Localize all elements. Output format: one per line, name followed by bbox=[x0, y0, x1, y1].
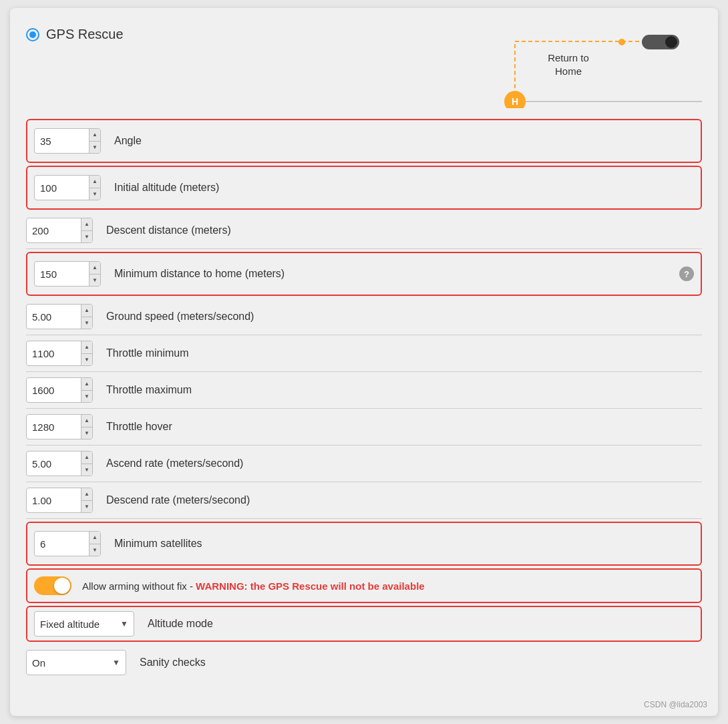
min-distance-up-btn[interactable]: ▲ bbox=[89, 262, 100, 275]
gps-rescue-radio[interactable] bbox=[26, 28, 39, 41]
initial-altitude-spinner[interactable]: 100 ▲ ▼ bbox=[34, 175, 101, 200]
min-satellites-row: 6 ▲ ▼ Minimum satellites bbox=[34, 526, 694, 562]
ground-speed-buttons: ▲ ▼ bbox=[81, 305, 92, 329]
angle-value: 35 bbox=[35, 136, 89, 147]
altitude-mode-row: Fixed altitude ▼ Altitude mode bbox=[26, 606, 702, 642]
form-section: 35 ▲ ▼ Angle 100 ▲ ▼ Init bbox=[26, 119, 702, 681]
ground-speed-down-btn[interactable]: ▼ bbox=[81, 317, 92, 329]
throttle-max-label: Throttle maximum bbox=[106, 384, 702, 396]
main-panel: GPS Rescue H Return to Home bbox=[10, 8, 718, 716]
watermark: CSDN @lida2003 bbox=[644, 700, 707, 709]
angle-row: 35 ▲ ▼ Angle bbox=[34, 123, 694, 159]
min-distance-row: 150 ▲ ▼ Minimum distance to home (meters… bbox=[34, 256, 694, 292]
descent-distance-row: 200 ▲ ▼ Descent distance (meters) bbox=[26, 212, 702, 249]
altitude-mode-dropdown[interactable]: Fixed altitude ▼ bbox=[34, 611, 134, 637]
ascend-rate-spinner[interactable]: 5.00 ▲ ▼ bbox=[26, 451, 93, 476]
throttle-max-value: 1600 bbox=[27, 385, 81, 396]
throttle-min-down-btn[interactable]: ▼ bbox=[81, 354, 92, 366]
throttle-hover-value: 1280 bbox=[27, 421, 81, 433]
ground-speed-value: 5.00 bbox=[27, 311, 81, 323]
min-satellites-buttons: ▲ ▼ bbox=[89, 532, 100, 556]
descent-distance-buttons: ▲ ▼ bbox=[81, 218, 92, 242]
min-distance-label: Minimum distance to home (meters) bbox=[114, 268, 674, 280]
ground-speed-label: Ground speed (meters/second) bbox=[106, 311, 702, 323]
throttle-max-row: 1600 ▲ ▼ Throttle maximum bbox=[26, 372, 702, 409]
throttle-hover-row: 1280 ▲ ▼ Throttle hover bbox=[26, 409, 702, 445]
descend-rate-label: Descend rate (meters/second) bbox=[106, 494, 702, 506]
throttle-hover-down-btn[interactable]: ▼ bbox=[81, 427, 92, 439]
angle-down-btn[interactable]: ▼ bbox=[89, 142, 100, 154]
initial-altitude-row: 100 ▲ ▼ Initial altitude (meters) bbox=[34, 170, 694, 206]
initial-altitude-down-btn[interactable]: ▼ bbox=[89, 188, 100, 200]
initial-altitude-up-btn[interactable]: ▲ bbox=[89, 176, 100, 188]
descend-rate-up-btn[interactable]: ▲ bbox=[81, 488, 92, 501]
ground-speed-spinner[interactable]: 5.00 ▲ ▼ bbox=[26, 304, 93, 329]
descend-rate-spinner[interactable]: 1.00 ▲ ▼ bbox=[26, 488, 93, 513]
min-distance-value: 150 bbox=[35, 268, 89, 280]
min-satellites-label: Minimum satellites bbox=[114, 538, 694, 550]
svg-point-6 bbox=[665, 36, 677, 48]
sanity-checks-label: Sanity checks bbox=[140, 657, 702, 669]
angle-group: 35 ▲ ▼ Angle bbox=[26, 119, 702, 163]
gps-rescue-label: GPS Rescue bbox=[26, 27, 124, 42]
svg-text:H: H bbox=[512, 96, 518, 107]
ascend-rate-down-btn[interactable]: ▼ bbox=[81, 464, 92, 476]
min-distance-group: 150 ▲ ▼ Minimum distance to home (meters… bbox=[26, 252, 702, 296]
panel-title: GPS Rescue bbox=[46, 27, 124, 42]
rth-diagram: H Return to Home bbox=[448, 21, 702, 108]
initial-altitude-group: 100 ▲ ▼ Initial altitude (meters) bbox=[26, 166, 702, 210]
throttle-max-buttons: ▲ ▼ bbox=[81, 378, 92, 402]
descend-rate-down-btn[interactable]: ▼ bbox=[81, 501, 92, 513]
min-distance-down-btn[interactable]: ▼ bbox=[89, 275, 100, 287]
throttle-min-value: 1100 bbox=[27, 348, 81, 359]
ascend-rate-label: Ascend rate (meters/second) bbox=[106, 458, 702, 470]
svg-text:Return to: Return to bbox=[548, 52, 589, 63]
initial-altitude-label: Initial altitude (meters) bbox=[114, 182, 694, 194]
initial-altitude-buttons: ▲ ▼ bbox=[89, 176, 100, 200]
throttle-min-up-btn[interactable]: ▲ bbox=[81, 341, 92, 354]
min-satellites-value: 6 bbox=[35, 538, 89, 550]
throttle-max-down-btn[interactable]: ▼ bbox=[81, 391, 92, 403]
descent-distance-spinner[interactable]: 200 ▲ ▼ bbox=[26, 218, 93, 243]
initial-altitude-value: 100 bbox=[35, 182, 89, 194]
sanity-checks-dropdown[interactable]: On ▼ bbox=[26, 650, 126, 675]
allow-arming-toggle[interactable] bbox=[34, 576, 71, 595]
throttle-hover-label: Throttle hover bbox=[106, 421, 702, 433]
min-distance-buttons: ▲ ▼ bbox=[89, 262, 100, 286]
min-distance-help-icon[interactable]: ? bbox=[679, 266, 694, 281]
svg-text:Home: Home bbox=[555, 65, 582, 77]
throttle-max-up-btn[interactable]: ▲ bbox=[81, 378, 92, 391]
sanity-checks-row: On ▼ Sanity checks bbox=[26, 645, 702, 681]
ascend-rate-value: 5.00 bbox=[27, 458, 81, 470]
sanity-checks-arrow: ▼ bbox=[112, 658, 120, 667]
descent-distance-up-btn[interactable]: ▲ bbox=[81, 218, 92, 231]
min-satellites-up-btn[interactable]: ▲ bbox=[89, 532, 100, 544]
throttle-hover-spinner[interactable]: 1280 ▲ ▼ bbox=[26, 414, 93, 439]
altitude-mode-label: Altitude mode bbox=[148, 618, 694, 630]
min-satellites-group: 6 ▲ ▼ Minimum satellites bbox=[26, 522, 702, 566]
header-row: GPS Rescue H Return to Home bbox=[26, 21, 702, 108]
ascend-rate-up-btn[interactable]: ▲ bbox=[81, 451, 92, 464]
allow-arming-text: Allow arming without fix - WARNING: the … bbox=[82, 580, 694, 592]
min-distance-spinner[interactable]: 150 ▲ ▼ bbox=[34, 261, 101, 287]
throttle-hover-up-btn[interactable]: ▲ bbox=[81, 415, 92, 427]
min-satellites-down-btn[interactable]: ▼ bbox=[89, 544, 100, 556]
descend-rate-value: 1.00 bbox=[27, 495, 81, 506]
ground-speed-up-btn[interactable]: ▲ bbox=[81, 305, 92, 317]
angle-spinner[interactable]: 35 ▲ ▼ bbox=[34, 128, 101, 154]
min-satellites-spinner[interactable]: 6 ▲ ▼ bbox=[34, 531, 101, 556]
throttle-min-row: 1100 ▲ ▼ Throttle minimum bbox=[26, 335, 702, 372]
ascend-rate-row: 5.00 ▲ ▼ Ascend rate (meters/second) bbox=[26, 445, 702, 482]
ground-speed-row: 5.00 ▲ ▼ Ground speed (meters/second) bbox=[26, 299, 702, 335]
angle-up-btn[interactable]: ▲ bbox=[89, 129, 100, 142]
allow-arming-warning: WARNING: the GPS Rescue will not be avai… bbox=[196, 580, 425, 592]
toggle-knob bbox=[54, 578, 70, 594]
throttle-min-label: Throttle minimum bbox=[106, 347, 702, 359]
descend-rate-row: 1.00 ▲ ▼ Descend rate (meters/second) bbox=[26, 482, 702, 519]
throttle-max-spinner[interactable]: 1600 ▲ ▼ bbox=[26, 377, 93, 403]
descent-distance-down-btn[interactable]: ▼ bbox=[81, 231, 92, 243]
throttle-hover-buttons: ▲ ▼ bbox=[81, 415, 92, 439]
throttle-min-spinner[interactable]: 1100 ▲ ▼ bbox=[26, 341, 93, 366]
allow-arming-row: Allow arming without fix - WARNING: the … bbox=[26, 568, 702, 603]
angle-label: Angle bbox=[114, 135, 694, 147]
